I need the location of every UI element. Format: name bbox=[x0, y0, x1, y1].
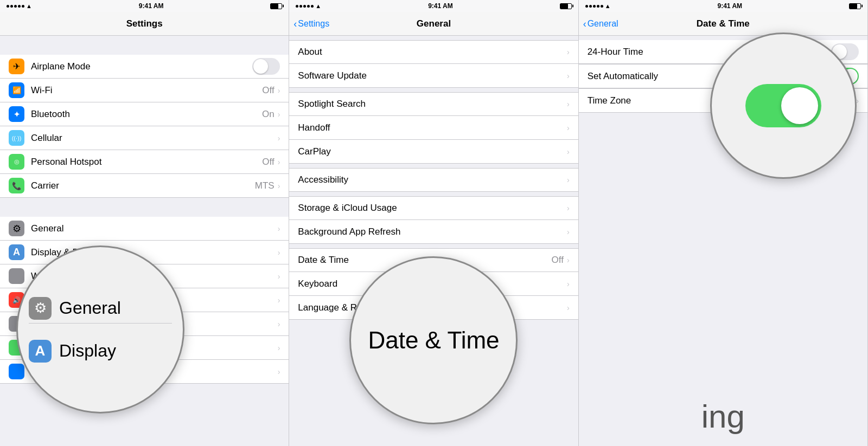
row-carrier[interactable]: 📞 Carrier MTS › bbox=[0, 174, 289, 198]
dot3-5 bbox=[601, 5, 603, 8]
row-bluetooth[interactable]: ✦ Bluetooth On › bbox=[0, 102, 289, 126]
about-label: About bbox=[298, 47, 567, 57]
row-software-update[interactable]: Software Update › bbox=[289, 64, 578, 88]
wifi-icon: ▲ bbox=[26, 3, 32, 9]
row-storage[interactable]: Storage & iCloud Usage › bbox=[289, 196, 578, 220]
signal-dots-2 bbox=[296, 5, 314, 8]
battery-fill-1 bbox=[271, 4, 278, 9]
nav-bar-1: Settings bbox=[0, 12, 289, 36]
row-accessibility[interactable]: Accessibility › bbox=[289, 168, 578, 192]
row-airplane[interactable]: ✈ Airplane Mode bbox=[0, 55, 289, 79]
general-icon: ⚙ bbox=[9, 221, 24, 236]
zoom-circle-3 bbox=[710, 33, 857, 179]
battery-fill-3 bbox=[850, 4, 857, 9]
bgrefresh-label: Background App Refresh bbox=[298, 227, 567, 237]
zoom-display-label: Display bbox=[59, 341, 116, 361]
div2-3 bbox=[289, 192, 578, 196]
row-cellular[interactable]: ((·)) Cellular › bbox=[0, 126, 289, 150]
carrier-label: Carrier bbox=[31, 180, 255, 191]
handoff-chevron: › bbox=[567, 124, 570, 132]
row-carplay[interactable]: CarPlay › bbox=[289, 140, 578, 164]
zoom-general-row: ⚙ General bbox=[29, 294, 172, 324]
dot1 bbox=[7, 5, 9, 8]
row-wifi[interactable]: 📶 Wi-Fi Off › bbox=[0, 79, 289, 102]
datetime-value: Off bbox=[552, 255, 564, 266]
software-update-label: Software Update bbox=[298, 70, 567, 81]
battery-icon-1 bbox=[270, 3, 282, 9]
cellular-label: Cellular bbox=[31, 133, 278, 144]
wifi-icon-3: ▲ bbox=[605, 3, 611, 9]
section-div-0 bbox=[0, 36, 289, 55]
timezone-chevron: › bbox=[856, 96, 859, 105]
wifi-label: Wi-Fi bbox=[31, 85, 262, 96]
bgrefresh-chevron: › bbox=[567, 228, 570, 236]
dot2-3 bbox=[303, 5, 306, 8]
airplane-toggle[interactable] bbox=[252, 58, 280, 75]
panel-datetime: ▲ 9:41 AM ‹ General Date & Time 24-Hour … bbox=[579, 0, 868, 446]
signal-area: ▲ bbox=[7, 3, 32, 9]
cellular-icon: ((·)) bbox=[9, 130, 24, 146]
hotspot-icon: ◎ bbox=[9, 154, 24, 170]
airplane-icon: ✈ bbox=[9, 59, 24, 74]
zoom2-content: Date & Time bbox=[351, 258, 516, 423]
dot2-5 bbox=[311, 5, 314, 8]
wifi-row-icon: 📶 bbox=[9, 82, 24, 98]
dot3-2 bbox=[589, 5, 592, 8]
signal-dots bbox=[7, 5, 24, 8]
wifi-chevron: › bbox=[278, 86, 280, 95]
carplay-label: CarPlay bbox=[298, 146, 567, 157]
about-chevron: › bbox=[567, 48, 570, 56]
back-chevron-2: ‹ bbox=[293, 19, 297, 29]
row-hotspot[interactable]: ◎ Personal Hotspot Off › bbox=[0, 150, 289, 174]
status-time-3: 9:41 AM bbox=[717, 2, 742, 10]
status-time-2: 9:41 AM bbox=[428, 2, 453, 10]
nav-back-3[interactable]: ‹ General bbox=[583, 19, 618, 29]
nav-title-1: Settings bbox=[126, 18, 163, 29]
language-chevron: › bbox=[567, 303, 570, 312]
signal-area-3: ▲ bbox=[585, 3, 611, 9]
nav-back-label-3: General bbox=[588, 19, 618, 29]
signal-area-2: ▲ bbox=[296, 3, 321, 9]
battery-area-1 bbox=[270, 3, 282, 9]
bluetooth-chevron: › bbox=[278, 110, 280, 119]
software-update-chevron: › bbox=[567, 72, 570, 80]
row-handoff[interactable]: Handoff › bbox=[289, 116, 578, 140]
dot4 bbox=[18, 5, 21, 8]
panel-general: ▲ 9:41 AM ‹ Settings General About › Sof… bbox=[289, 0, 578, 446]
display-icon: A bbox=[9, 244, 24, 260]
row-bgrefresh[interactable]: Background App Refresh › bbox=[289, 220, 578, 244]
handoff-label: Handoff bbox=[298, 122, 567, 133]
back-chevron-3: ‹ bbox=[583, 19, 586, 29]
carrier-icon: 📞 bbox=[9, 178, 24, 193]
zoom3-content bbox=[712, 34, 855, 177]
nav-bar-3: ‹ General Date & Time bbox=[579, 12, 867, 36]
zoom-general-icon: ⚙ bbox=[29, 297, 52, 320]
storage-chevron: › bbox=[567, 204, 570, 212]
accessibility-chevron: › bbox=[567, 176, 570, 184]
section-div-1 bbox=[0, 198, 289, 217]
bluetooth-label: Bluetooth bbox=[31, 109, 262, 120]
div3-0 bbox=[579, 36, 867, 40]
row-general[interactable]: ⚙ General › bbox=[0, 217, 289, 241]
carplay-chevron: › bbox=[567, 147, 570, 156]
panel-settings: ▲ 9:41 AM Settings ✈ Airplane Mode 📶 Wi-… bbox=[0, 0, 289, 446]
cellular-chevron: › bbox=[278, 134, 280, 143]
dot3-3 bbox=[593, 5, 596, 8]
zoom-circle-2: Date & Time bbox=[349, 256, 518, 424]
battery-icon-3 bbox=[849, 3, 861, 9]
bluetooth-value: On bbox=[262, 109, 275, 120]
wifi-icon-2: ▲ bbox=[315, 3, 321, 9]
zoom-general-label: General bbox=[59, 298, 121, 318]
privacy-icon bbox=[9, 364, 24, 379]
wallpaper-icon bbox=[9, 268, 24, 284]
zoom-circle-1: ⚙ General A Display bbox=[16, 245, 184, 413]
row-spotlight[interactable]: Spotlight Search › bbox=[289, 92, 578, 116]
dot2 bbox=[10, 5, 13, 8]
nav-back-2[interactable]: ‹ Settings bbox=[293, 19, 329, 29]
storage-label: Storage & iCloud Usage bbox=[298, 203, 567, 214]
div2-1 bbox=[289, 88, 578, 92]
battery-icon-2 bbox=[560, 3, 572, 9]
spotlight-label: Spotlight Search bbox=[298, 99, 567, 109]
battery-area-3 bbox=[849, 3, 861, 9]
row-about[interactable]: About › bbox=[289, 40, 578, 64]
